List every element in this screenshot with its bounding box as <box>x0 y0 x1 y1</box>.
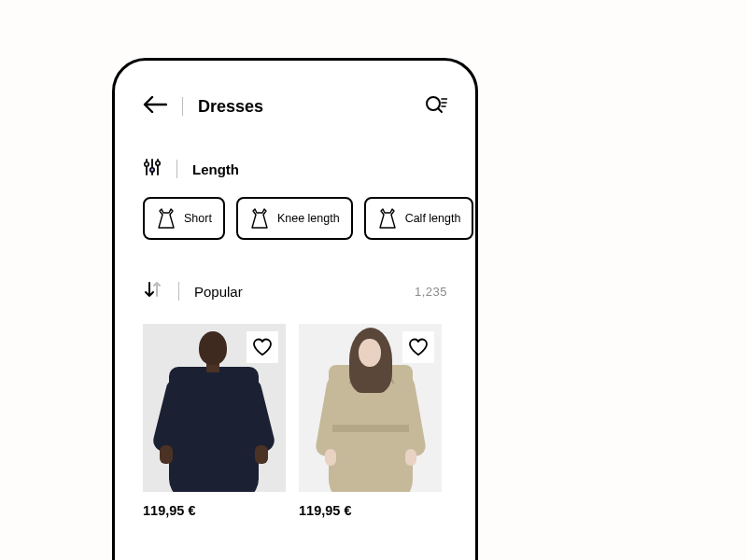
filter-group-label: Length <box>192 161 239 177</box>
filter-chip-short[interactable]: Short <box>143 197 225 240</box>
filter-chip-calf-length[interactable]: Calf length <box>364 197 474 240</box>
filter-chip-knee-length[interactable]: Knee length <box>236 197 353 240</box>
dress-icon <box>156 207 176 230</box>
page-title: Dresses <box>198 97 263 117</box>
divider <box>182 97 183 116</box>
favorite-button[interactable] <box>247 331 278 363</box>
phone-frame: Dresses <box>112 58 478 560</box>
product-card[interactable]: 119,95 € <box>299 324 442 518</box>
sliders-icon[interactable] <box>143 158 162 180</box>
filter-chips: Short Knee length Calf length <box>143 197 478 240</box>
chip-label: Knee length <box>277 212 340 225</box>
dress-icon <box>249 207 270 230</box>
search-icon[interactable] <box>425 94 447 119</box>
product-price: 119,95 € <box>143 503 286 518</box>
filter-header: Length <box>143 158 447 180</box>
product-price: 119,95 € <box>299 503 442 518</box>
result-count: 1,235 <box>415 285 447 299</box>
heart-icon <box>252 338 273 357</box>
divider <box>178 282 179 301</box>
dress-icon <box>377 207 398 230</box>
sort-icon[interactable] <box>143 279 163 303</box>
product-image <box>143 324 286 492</box>
sort-label[interactable]: Popular <box>194 284 243 300</box>
chip-label: Short <box>184 212 212 225</box>
back-icon[interactable] <box>143 96 167 117</box>
svg-point-1 <box>145 162 148 166</box>
product-card[interactable]: 119,95 € <box>143 324 286 518</box>
heart-icon <box>408 338 429 357</box>
header: Dresses <box>143 94 447 119</box>
product-grid: 119,95 € <box>143 324 447 518</box>
favorite-button[interactable] <box>402 331 434 363</box>
divider <box>176 160 177 178</box>
svg-point-2 <box>150 168 154 172</box>
product-image <box>299 324 442 492</box>
sort-row: Popular 1,235 <box>143 279 447 303</box>
chip-label: Calf length <box>405 212 461 225</box>
svg-point-3 <box>156 161 160 165</box>
